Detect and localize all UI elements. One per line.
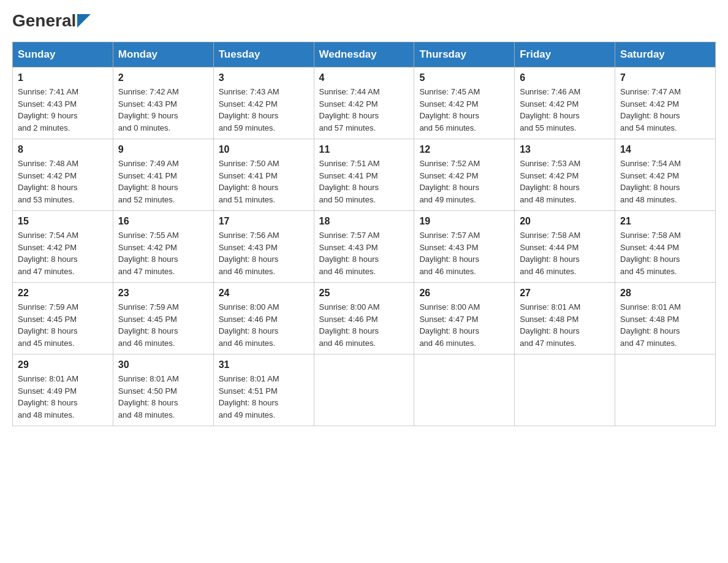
calendar-cell: 22Sunrise: 7:59 AMSunset: 4:45 PMDayligh… [13,283,113,354]
week-row-1: 1Sunrise: 7:41 AMSunset: 4:43 PMDaylight… [13,67,716,139]
calendar-cell: 14Sunrise: 7:54 AMSunset: 4:42 PMDayligh… [615,139,716,211]
calendar-cell: 10Sunrise: 7:50 AMSunset: 4:41 PMDayligh… [213,139,314,211]
day-number: 24 [219,288,309,299]
calendar-cell: 6Sunrise: 7:46 AMSunset: 4:42 PMDaylight… [515,67,615,139]
day-info: Sunrise: 7:57 AMSunset: 4:43 PMDaylight:… [419,229,509,277]
calendar-cell: 20Sunrise: 7:58 AMSunset: 4:44 PMDayligh… [515,211,615,283]
day-info: Sunrise: 7:41 AMSunset: 4:43 PMDaylight:… [18,86,108,134]
calendar-cell: 19Sunrise: 7:57 AMSunset: 4:43 PMDayligh… [414,211,515,283]
day-number: 1 [18,72,108,83]
calendar-cell: 5Sunrise: 7:45 AMSunset: 4:42 PMDaylight… [414,67,515,139]
calendar-cell: 24Sunrise: 8:00 AMSunset: 4:46 PMDayligh… [213,283,314,354]
day-info: Sunrise: 8:00 AMSunset: 4:47 PMDaylight:… [419,301,509,349]
calendar-cell [515,354,615,426]
day-number: 21 [620,216,710,227]
day-info: Sunrise: 7:49 AMSunset: 4:41 PMDaylight:… [118,158,208,205]
calendar-cell: 27Sunrise: 8:01 AMSunset: 4:48 PMDayligh… [515,283,615,354]
day-info: Sunrise: 8:01 AMSunset: 4:51 PMDaylight:… [219,373,309,421]
day-number: 28 [620,288,710,299]
day-number: 6 [520,72,610,83]
day-number: 10 [219,144,309,155]
day-number: 17 [219,216,309,227]
week-row-3: 15Sunrise: 7:54 AMSunset: 4:42 PMDayligh… [13,211,716,283]
day-info: Sunrise: 7:46 AMSunset: 4:42 PMDaylight:… [520,86,610,134]
calendar-cell: 15Sunrise: 7:54 AMSunset: 4:42 PMDayligh… [13,211,113,283]
calendar-cell: 11Sunrise: 7:51 AMSunset: 4:41 PMDayligh… [314,139,414,211]
calendar-table: SundayMondayTuesdayWednesdayThursdayFrid… [12,42,716,426]
calendar-cell [314,354,414,426]
day-number: 9 [118,144,208,155]
calendar-cell: 18Sunrise: 7:57 AMSunset: 4:43 PMDayligh… [314,211,414,283]
svg-marker-0 [77,14,91,28]
day-number: 29 [18,359,108,370]
day-info: Sunrise: 7:58 AMSunset: 4:44 PMDaylight:… [520,229,610,277]
day-number: 8 [18,144,108,155]
day-info: Sunrise: 7:52 AMSunset: 4:42 PMDaylight:… [419,158,509,205]
day-info: Sunrise: 7:51 AMSunset: 4:41 PMDaylight:… [319,158,409,205]
day-number: 22 [18,288,108,299]
page-header: General [12,12,716,29]
day-info: Sunrise: 7:43 AMSunset: 4:42 PMDaylight:… [219,86,309,134]
weekday-header-monday: Monday [113,42,213,67]
day-info: Sunrise: 8:01 AMSunset: 4:48 PMDaylight:… [620,301,710,349]
calendar-cell: 7Sunrise: 7:47 AMSunset: 4:42 PMDaylight… [615,67,716,139]
calendar-cell: 17Sunrise: 7:56 AMSunset: 4:43 PMDayligh… [213,211,314,283]
day-number: 14 [620,144,710,155]
day-number: 4 [319,72,409,83]
week-row-5: 29Sunrise: 8:01 AMSunset: 4:49 PMDayligh… [13,354,716,426]
day-info: Sunrise: 7:59 AMSunset: 4:45 PMDaylight:… [118,301,208,349]
day-info: Sunrise: 7:55 AMSunset: 4:42 PMDaylight:… [118,229,208,277]
calendar-cell: 12Sunrise: 7:52 AMSunset: 4:42 PMDayligh… [414,139,515,211]
day-number: 19 [419,216,509,227]
day-info: Sunrise: 7:54 AMSunset: 4:42 PMDaylight:… [18,229,108,277]
weekday-header-sunday: Sunday [13,42,113,67]
day-number: 5 [419,72,509,83]
calendar-cell: 4Sunrise: 7:44 AMSunset: 4:42 PMDaylight… [314,67,414,139]
day-info: Sunrise: 7:56 AMSunset: 4:43 PMDaylight:… [219,229,309,277]
calendar-cell: 23Sunrise: 7:59 AMSunset: 4:45 PMDayligh… [113,283,213,354]
day-number: 2 [118,72,208,83]
calendar-cell: 3Sunrise: 7:43 AMSunset: 4:42 PMDaylight… [213,67,314,139]
calendar-cell [615,354,716,426]
calendar-cell: 2Sunrise: 7:42 AMSunset: 4:43 PMDaylight… [113,67,213,139]
calendar-cell: 1Sunrise: 7:41 AMSunset: 4:43 PMDaylight… [13,67,113,139]
day-number: 27 [520,288,610,299]
day-number: 13 [520,144,610,155]
calendar-cell [414,354,515,426]
calendar-cell: 25Sunrise: 8:00 AMSunset: 4:46 PMDayligh… [314,283,414,354]
day-info: Sunrise: 7:47 AMSunset: 4:42 PMDaylight:… [620,86,710,134]
calendar-cell: 28Sunrise: 8:01 AMSunset: 4:48 PMDayligh… [615,283,716,354]
weekday-header-saturday: Saturday [615,42,716,67]
day-info: Sunrise: 7:53 AMSunset: 4:42 PMDaylight:… [520,158,610,205]
calendar-cell: 31Sunrise: 8:01 AMSunset: 4:51 PMDayligh… [213,354,314,426]
day-info: Sunrise: 8:00 AMSunset: 4:46 PMDaylight:… [219,301,309,349]
day-number: 20 [520,216,610,227]
day-number: 3 [219,72,309,83]
day-info: Sunrise: 8:01 AMSunset: 4:48 PMDaylight:… [520,301,610,349]
weekday-header-wednesday: Wednesday [314,42,414,67]
day-info: Sunrise: 7:54 AMSunset: 4:42 PMDaylight:… [620,158,710,205]
day-number: 12 [419,144,509,155]
day-info: Sunrise: 7:50 AMSunset: 4:41 PMDaylight:… [219,158,309,205]
calendar-cell: 21Sunrise: 7:58 AMSunset: 4:44 PMDayligh… [615,211,716,283]
weekday-header-thursday: Thursday [414,42,515,67]
day-info: Sunrise: 8:00 AMSunset: 4:46 PMDaylight:… [319,301,409,349]
calendar-header-row: SundayMondayTuesdayWednesdayThursdayFrid… [13,42,716,67]
calendar-cell: 13Sunrise: 7:53 AMSunset: 4:42 PMDayligh… [515,139,615,211]
day-info: Sunrise: 7:44 AMSunset: 4:42 PMDaylight:… [319,86,409,134]
calendar-cell: 8Sunrise: 7:48 AMSunset: 4:42 PMDaylight… [13,139,113,211]
day-info: Sunrise: 7:48 AMSunset: 4:42 PMDaylight:… [18,158,108,205]
logo: General [12,12,91,29]
day-info: Sunrise: 8:01 AMSunset: 4:50 PMDaylight:… [118,373,208,421]
day-info: Sunrise: 7:59 AMSunset: 4:45 PMDaylight:… [18,301,108,349]
day-number: 25 [319,288,409,299]
day-number: 15 [18,216,108,227]
day-number: 7 [620,72,710,83]
day-info: Sunrise: 7:45 AMSunset: 4:42 PMDaylight:… [419,86,509,134]
logo-triangle-icon [77,14,91,28]
day-info: Sunrise: 7:58 AMSunset: 4:44 PMDaylight:… [620,229,710,277]
calendar-cell: 30Sunrise: 8:01 AMSunset: 4:50 PMDayligh… [113,354,213,426]
day-info: Sunrise: 7:57 AMSunset: 4:43 PMDaylight:… [319,229,409,277]
weekday-header-tuesday: Tuesday [213,42,314,67]
weekday-header-friday: Friday [515,42,615,67]
